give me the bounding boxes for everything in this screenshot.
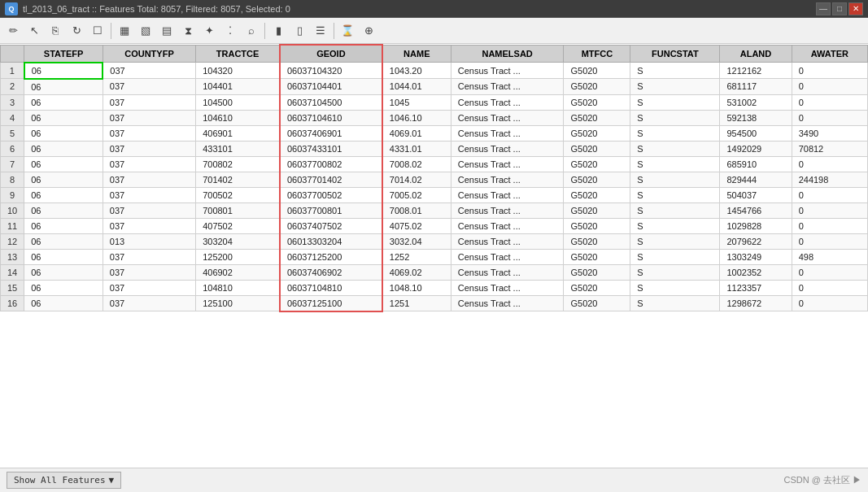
table-row[interactable]: 706037700802060377008027008.02Census Tra…	[1, 156, 868, 172]
table-row[interactable]: 206037104401060371044011044.01Census Tra…	[1, 79, 868, 95]
cell-geoid: 06037125200	[280, 249, 382, 264]
cell-funcstat: S	[630, 110, 720, 125]
cell-mtfcc: G5020	[564, 110, 630, 125]
col-header-countyfp[interactable]: COUNTYFP	[103, 45, 195, 63]
cell-funcstat: S	[630, 264, 720, 280]
grid3-tool-button[interactable]: ▤	[157, 21, 177, 41]
cell-tractce: 125200	[196, 249, 280, 264]
cell-mtfcc: G5020	[564, 94, 630, 110]
history-tool-button[interactable]: ⌛	[338, 21, 357, 41]
col-header-mtfcc[interactable]: MTFCC	[564, 45, 630, 63]
table-row[interactable]: 1606037125100060371251001251Census Tract…	[1, 295, 868, 311]
cell-mtfcc: G5020	[564, 280, 630, 295]
cell-aland: 1298672	[720, 295, 792, 311]
cell-tractce: 104610	[196, 110, 280, 125]
search-tool-button[interactable]: ⌕	[242, 21, 261, 41]
cell-geoid: 06037701402	[280, 172, 382, 187]
cell-countyfp: 037	[103, 295, 195, 311]
row-number-cell: 6	[1, 141, 24, 156]
row-number-cell: 4	[1, 110, 24, 125]
cols3-tool-button[interactable]: ☰	[311, 21, 330, 41]
new-tool-button[interactable]: ☐	[88, 21, 107, 41]
cell-mtfcc: G5020	[564, 264, 630, 280]
cell-name: 1252	[382, 249, 451, 264]
col-header-aland[interactable]: ALAND	[720, 45, 792, 63]
cell-namelsad: Census Tract ...	[451, 141, 564, 156]
watermark-text: CSDN @ 去社区 ▶	[783, 474, 861, 486]
select-tool-button[interactable]: ↖	[24, 21, 44, 41]
cell-countyfp: 037	[103, 156, 195, 172]
cell-awater: 0	[792, 295, 867, 311]
cell-geoid: 06037406902	[280, 264, 382, 280]
show-all-label: Show All Features	[14, 475, 106, 485]
show-all-features-button[interactable]: Show All Features ▼	[7, 472, 121, 489]
table-row[interactable]: 806037701402060377014027014.02Census Tra…	[1, 172, 868, 187]
col-header-awater[interactable]: AWATER	[792, 45, 867, 63]
cols1-tool-button[interactable]: ▮	[268, 21, 288, 41]
cell-awater: 70812	[792, 141, 867, 156]
table-row[interactable]: 1306037125200060371252001252Census Tract…	[1, 249, 868, 264]
cell-awater: 0	[792, 187, 867, 202]
row-number-cell: 7	[1, 156, 24, 172]
row-number-cell: 10	[1, 202, 24, 218]
col-header-statefp[interactable]: STATEFP	[24, 45, 103, 63]
row-number-cell: 2	[1, 79, 24, 95]
row-number-cell: 16	[1, 295, 24, 311]
cell-name: 7005.02	[382, 187, 451, 202]
cell-aland: 829444	[720, 172, 792, 187]
table-row[interactable]: 1506037104810060371048101048.10Census Tr…	[1, 280, 868, 295]
cell-countyfp: 037	[103, 280, 195, 295]
dots-tool-button[interactable]: ⁚	[220, 21, 240, 41]
grid1-tool-button[interactable]: ▦	[115, 21, 134, 41]
cell-aland: 592138	[720, 110, 792, 125]
table-row[interactable]: 406037104610060371046101046.10Census Tra…	[1, 110, 868, 125]
table-row[interactable]: 1006037700801060377008017008.01Census Tr…	[1, 202, 868, 218]
cell-namelsad: Census Tract ...	[451, 125, 564, 141]
zoom-tool-button[interactable]: ⊕	[359, 21, 378, 41]
cell-name: 1045	[382, 94, 451, 110]
maximize-button[interactable]: □	[832, 2, 847, 15]
row-number-cell: 5	[1, 125, 24, 141]
grid2-tool-button[interactable]: ▧	[136, 21, 155, 41]
cell-aland: 1303249	[720, 249, 792, 264]
cell-geoid: 06037406901	[280, 125, 382, 141]
cell-statefp: 06	[24, 233, 103, 249]
refresh-tool-button[interactable]: ↻	[67, 21, 86, 41]
minimize-button[interactable]: —	[816, 2, 831, 15]
table-row[interactable]: 1106037407502060374075024075.02Census Tr…	[1, 218, 868, 233]
cell-name: 7008.02	[382, 156, 451, 172]
cell-statefp: 06	[24, 187, 103, 202]
edit-tool-button[interactable]: ✏	[3, 21, 23, 41]
copy-tool-button[interactable]: ⎘	[46, 21, 65, 41]
cell-statefp: 06	[24, 125, 103, 141]
table-header: STATEFP COUNTYFP TRACTCE GEOID NAME NAME…	[1, 45, 868, 63]
cell-funcstat: S	[630, 172, 720, 187]
cols2-tool-button[interactable]: ▯	[290, 21, 309, 41]
col-header-geoid[interactable]: GEOID	[280, 45, 382, 63]
table-row[interactable]: 906037700502060377005027005.02Census Tra…	[1, 187, 868, 202]
filter-tool-button[interactable]: ⧗	[178, 21, 198, 41]
move-tool-button[interactable]: ✦	[199, 21, 219, 41]
col-header-name[interactable]: NAME	[382, 45, 451, 63]
col-header-namelsad[interactable]: NAMELSAD	[451, 45, 564, 63]
table-row[interactable]: 1406037406902060374069024069.02Census Tr…	[1, 264, 868, 280]
row-number-cell: 14	[1, 264, 24, 280]
cell-namelsad: Census Tract ...	[451, 172, 564, 187]
table-row[interactable]: 306037104500060371045001045Census Tract …	[1, 94, 868, 110]
cell-countyfp: 037	[103, 94, 195, 110]
cell-tractce: 406902	[196, 264, 280, 280]
cell-mtfcc: G5020	[564, 172, 630, 187]
table-row[interactable]: 1206013303204060133032043032.04Census Tr…	[1, 233, 868, 249]
table-row[interactable]: 106037104320060371043201043.20Census Tra…	[1, 63, 868, 79]
close-button[interactable]: ✕	[848, 2, 863, 15]
cell-tractce: 125100	[196, 295, 280, 311]
attribute-table[interactable]: STATEFP COUNTYFP TRACTCE GEOID NAME NAME…	[0, 44, 868, 468]
table-row[interactable]: 606037433101060374331014331.01Census Tra…	[1, 141, 868, 156]
table-row[interactable]: 506037406901060374069014069.01Census Tra…	[1, 125, 868, 141]
cell-namelsad: Census Tract ...	[451, 202, 564, 218]
cell-statefp: 06	[24, 79, 103, 95]
col-header-tractce[interactable]: TRACTCE	[196, 45, 280, 63]
cell-name: 7008.01	[382, 202, 451, 218]
cell-namelsad: Census Tract ...	[451, 110, 564, 125]
col-header-funcstat[interactable]: FUNCSTAT	[630, 45, 720, 63]
